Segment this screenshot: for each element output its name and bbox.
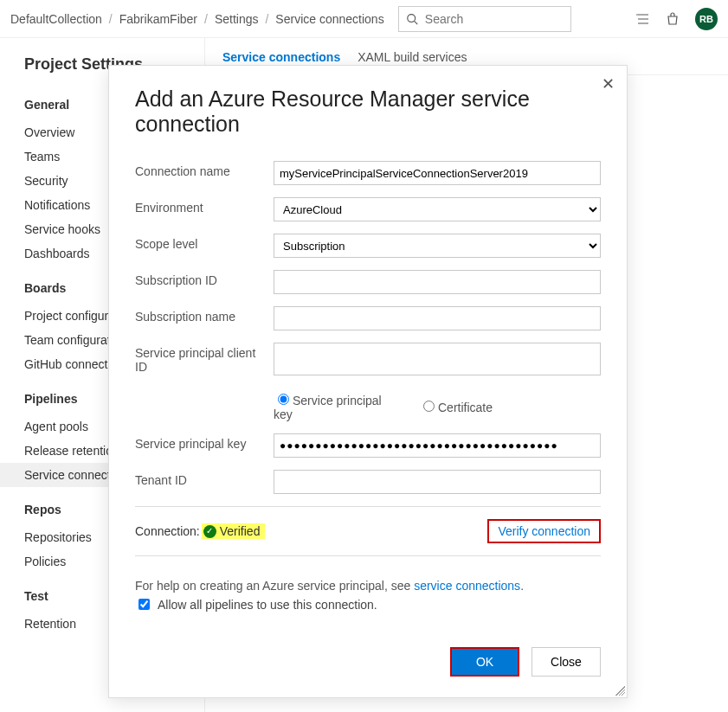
allow-all-label: Allow all pipelines to use this connecti… — [158, 598, 377, 612]
radio-sp-key[interactable]: Service principal key — [274, 388, 403, 421]
breadcrumb-sep: / — [265, 12, 268, 26]
environment-select[interactable]: AzureCloud — [274, 197, 601, 221]
help-text: For help on creating an Azure service pr… — [135, 579, 601, 593]
check-icon: ✓ — [203, 525, 216, 538]
resize-grip[interactable] — [613, 683, 625, 696]
subscription-id-input[interactable] — [274, 270, 601, 294]
label-subscription-name: Subscription name — [135, 306, 265, 324]
connection-status-label: Connection: — [135, 524, 200, 538]
search-input[interactable] — [423, 11, 564, 27]
auth-method-radios: Service principal key Certificate — [274, 388, 601, 421]
label-environment: Environment — [135, 197, 265, 215]
close-button[interactable]: Close — [532, 647, 601, 677]
sp-key-input[interactable] — [274, 433, 601, 458]
allow-all-row: Allow all pipelines to use this connecti… — [135, 596, 601, 613]
subscription-name-input[interactable] — [274, 306, 601, 330]
label-scope-level: Scope level — [135, 234, 265, 251]
svg-point-0 — [407, 14, 415, 22]
label-subscription-id: Subscription ID — [135, 270, 265, 287]
breadcrumb-item[interactable]: Service connections — [275, 12, 383, 26]
label-sp-key: Service principal key — [135, 433, 265, 451]
breadcrumb-item[interactable]: Settings — [215, 12, 259, 26]
verify-row: Connection: ✓ Verified Verify connection — [135, 516, 601, 547]
svg-line-1 — [414, 21, 417, 24]
shopping-bag-icon[interactable] — [666, 12, 680, 26]
breadcrumb-item[interactable]: DefaultCollection — [10, 12, 102, 26]
label-tenant-id: Tenant ID — [135, 470, 265, 487]
verified-badge: ✓ Verified — [202, 523, 266, 539]
topbar-icons: RB — [636, 8, 718, 30]
radio-certificate[interactable]: Certificate — [419, 394, 549, 414]
verify-connection-link[interactable]: Verify connection — [487, 519, 601, 543]
breadcrumb: DefaultCollection / FabrikamFiber / Sett… — [10, 12, 384, 26]
list-icon[interactable] — [636, 12, 650, 26]
svg-point-2 — [636, 14, 638, 16]
close-icon[interactable]: ✕ — [602, 74, 615, 93]
search-icon — [406, 12, 418, 26]
tenant-id-input[interactable] — [274, 470, 601, 494]
label-sp-client-id: Service principal client ID — [135, 343, 265, 374]
scope-level-select[interactable]: Subscription — [274, 234, 601, 258]
allow-all-checkbox[interactable] — [139, 599, 150, 610]
add-connection-dialog: ✕ Add an Azure Resource Manager service … — [108, 65, 628, 698]
breadcrumb-sep: / — [204, 12, 208, 26]
search-box[interactable] — [398, 6, 571, 32]
dialog-title: Add an Azure Resource Manager service co… — [135, 87, 601, 137]
help-link[interactable]: service connections — [414, 579, 520, 593]
avatar[interactable]: RB — [695, 8, 718, 30]
ok-button[interactable]: OK — [450, 647, 519, 677]
sp-client-id-input[interactable] — [274, 343, 601, 375]
breadcrumb-item[interactable]: FabrikamFiber — [119, 12, 197, 26]
label-connection-name: Connection name — [135, 161, 265, 178]
breadcrumb-sep: / — [109, 12, 113, 26]
connection-name-input[interactable] — [274, 161, 601, 185]
top-bar: DefaultCollection / FabrikamFiber / Sett… — [0, 0, 728, 38]
